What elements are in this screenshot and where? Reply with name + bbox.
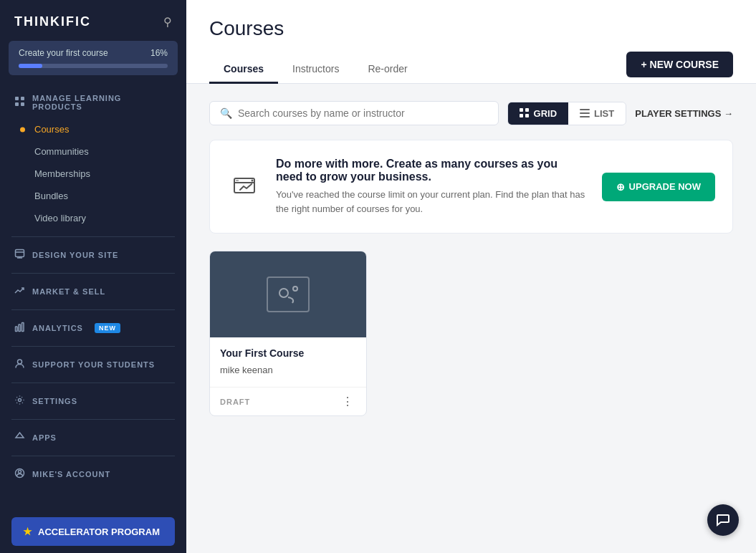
svg-point-11 bbox=[18, 360, 22, 364]
apps-label: APPS bbox=[32, 433, 57, 442]
sidebar-item-video-library[interactable]: Video library bbox=[0, 207, 186, 229]
search-input[interactable] bbox=[238, 107, 488, 119]
sidebar-item-bundles[interactable]: Bundles bbox=[0, 185, 186, 207]
svg-rect-3 bbox=[21, 102, 24, 106]
settings-icon bbox=[14, 395, 25, 408]
sidebar-section-settings[interactable]: SETTINGS bbox=[0, 388, 186, 415]
manage-learning-label: MANAGE LEARNING PRODUCTS bbox=[32, 94, 172, 111]
svg-point-12 bbox=[19, 399, 21, 402]
chat-bubble[interactable] bbox=[707, 504, 739, 536]
divider-6 bbox=[11, 419, 175, 420]
logo: THINKIFIC bbox=[14, 14, 91, 29]
star-icon: ★ bbox=[23, 526, 32, 537]
divider-3 bbox=[11, 309, 175, 310]
search-icon: 🔍 bbox=[220, 107, 232, 119]
svg-rect-9 bbox=[19, 324, 21, 332]
account-icon bbox=[14, 468, 25, 481]
divider-1 bbox=[11, 236, 175, 237]
course-thumbnail bbox=[210, 251, 366, 337]
apps-icon bbox=[14, 431, 25, 444]
sidebar-header: THINKIFIC ⚲ bbox=[0, 0, 186, 41]
sidebar-section-account[interactable]: MIKE'S ACCOUNT bbox=[0, 461, 186, 488]
svg-rect-2 bbox=[15, 102, 19, 106]
grid-view-button[interactable]: GRID bbox=[508, 102, 569, 125]
progress-percent: 16% bbox=[150, 48, 168, 58]
list-view-button[interactable]: LIST bbox=[568, 102, 626, 125]
support-label: SUPPORT YOUR STUDENTS bbox=[32, 360, 155, 369]
settings-label: SETTINGS bbox=[32, 397, 77, 405]
sidebar-section-design[interactable]: DESIGN YOUR SITE bbox=[0, 241, 186, 269]
sidebar-section-market[interactable]: MARKET & SELL bbox=[0, 278, 186, 305]
sidebar-item-memberships[interactable]: Memberships bbox=[0, 163, 186, 185]
progress-bar-fill bbox=[19, 64, 42, 68]
course-thumbnail-icon bbox=[267, 276, 310, 312]
analytics-icon bbox=[14, 322, 25, 335]
course-card-body: Your First Course mike keenan bbox=[210, 337, 366, 387]
sidebar: THINKIFIC ⚲ Create your first course 16%… bbox=[0, 0, 186, 553]
upgrade-button[interactable]: ⊕ UPGRADE NOW bbox=[602, 173, 715, 201]
divider-2 bbox=[11, 273, 175, 274]
svg-rect-17 bbox=[520, 114, 523, 117]
search-icon[interactable]: ⚲ bbox=[163, 15, 172, 29]
svg-point-24 bbox=[252, 179, 254, 181]
upgrade-text: Do more with more. Create as many course… bbox=[276, 158, 588, 216]
search-box: 🔍 bbox=[209, 101, 499, 125]
svg-rect-21 bbox=[580, 116, 590, 117]
main-content-area: Courses Courses Instructors Re-order + N… bbox=[186, 0, 756, 553]
tab-courses[interactable]: Courses bbox=[209, 56, 278, 84]
courses-grid: Your First Course mike keenan DRAFT ⋮ bbox=[209, 251, 733, 416]
svg-rect-8 bbox=[16, 327, 18, 332]
divider-5 bbox=[11, 383, 175, 383]
support-icon bbox=[14, 358, 25, 371]
view-toggle: GRID LIST bbox=[507, 102, 627, 125]
course-card[interactable]: Your First Course mike keenan DRAFT ⋮ bbox=[209, 251, 367, 416]
svg-rect-16 bbox=[525, 108, 529, 112]
design-icon bbox=[14, 249, 25, 261]
main-body: 🔍 GRID LIST PLAYER SETTINGS → bbox=[186, 84, 756, 433]
divider-4 bbox=[11, 346, 175, 347]
svg-point-14 bbox=[19, 471, 21, 473]
sidebar-section-analytics[interactable]: ANALYTICS NEW bbox=[0, 314, 186, 342]
accelerator-label: ACCELERATOR PROGRAM bbox=[38, 526, 160, 537]
svg-rect-0 bbox=[15, 97, 19, 100]
accelerator-button[interactable]: ★ ACCELERATOR PROGRAM bbox=[11, 517, 175, 546]
svg-rect-1 bbox=[21, 97, 24, 100]
grid-icon bbox=[14, 96, 25, 109]
account-label: MIKE'S ACCOUNT bbox=[32, 470, 110, 479]
player-settings-link[interactable]: PLAYER SETTINGS → bbox=[635, 108, 733, 119]
divider-7 bbox=[11, 456, 175, 456]
svg-point-26 bbox=[279, 289, 288, 297]
chart-icon bbox=[14, 285, 25, 298]
svg-rect-25 bbox=[236, 180, 239, 181]
progress-bar-bg bbox=[19, 64, 168, 68]
tabs-bar: Courses Instructors Re-order + NEW COURS… bbox=[209, 52, 733, 83]
course-status: DRAFT bbox=[220, 398, 250, 406]
new-course-button[interactable]: + NEW COURSE bbox=[626, 52, 733, 77]
tab-instructors[interactable]: Instructors bbox=[278, 56, 353, 84]
upgrade-banner: Do more with more. Create as many course… bbox=[209, 140, 733, 234]
upgrade-title: Do more with more. Create as many course… bbox=[276, 158, 588, 183]
sidebar-section-support[interactable]: SUPPORT YOUR STUDENTS bbox=[0, 351, 186, 378]
analytics-label: ANALYTICS bbox=[32, 324, 83, 332]
progress-label: Create your first course 16% bbox=[19, 48, 168, 58]
progress-text: Create your first course bbox=[19, 48, 108, 58]
svg-rect-20 bbox=[580, 112, 590, 114]
svg-rect-4 bbox=[16, 250, 24, 257]
svg-rect-15 bbox=[520, 108, 523, 112]
svg-rect-10 bbox=[22, 323, 24, 332]
page-title: Courses bbox=[209, 17, 733, 40]
sidebar-section-manage-learning[interactable]: MANAGE LEARNING PRODUCTS bbox=[0, 87, 186, 118]
toolbar: 🔍 GRID LIST PLAYER SETTINGS → bbox=[209, 101, 733, 125]
course-menu-button[interactable]: ⋮ bbox=[339, 393, 356, 410]
tab-reorder[interactable]: Re-order bbox=[353, 56, 421, 84]
course-instructor: mike keenan bbox=[220, 365, 356, 375]
sidebar-section-apps[interactable]: APPS bbox=[0, 424, 186, 451]
sidebar-item-communities[interactable]: Communities bbox=[0, 140, 186, 163]
upgrade-icon bbox=[227, 170, 262, 204]
upgrade-body: You've reached the course limit on your … bbox=[276, 188, 588, 216]
progress-section: Create your first course 16% bbox=[9, 41, 178, 75]
course-title: Your First Course bbox=[220, 347, 356, 359]
sidebar-item-courses[interactable]: Courses bbox=[0, 118, 186, 140]
course-footer: DRAFT ⋮ bbox=[210, 387, 366, 415]
design-label: DESIGN YOUR SITE bbox=[32, 251, 118, 259]
